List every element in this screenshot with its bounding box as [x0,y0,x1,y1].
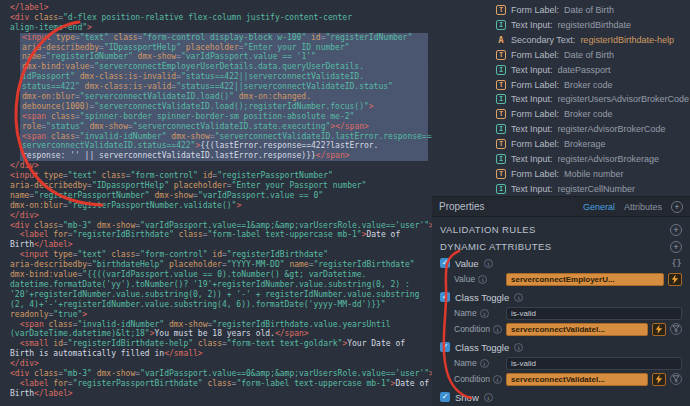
code-line[interactable]: <label for="registerPassportBirthdate" c… [10,379,432,389]
add-validation-rule-icon[interactable]: + [670,224,682,236]
code-line[interactable]: '20'+registerIdNumber.value.substring(0,… [10,290,432,300]
tab-attributes[interactable]: Attributes [624,202,662,212]
tree-item-value: registerAdvisorBrokerCode [558,124,666,134]
condition-input[interactable]: serverconnectValidateI... [506,373,648,386]
code-line[interactable]: dmx-on:blur="serverconnectValidateID.loa… [20,92,428,102]
tree-item[interactable]: TForm Label:Date of Birth [432,48,690,63]
tree-item[interactable]: TForm Label:Broker code [432,107,690,122]
code-line[interactable]: name="registerIdNumber" dmx-show="varIdP… [20,52,428,62]
info-icon: i [493,325,502,334]
dynamic-data-picker-icon[interactable] [652,373,666,386]
code-line[interactable]: <input type="text" class="form-control" … [10,171,432,181]
attr-row-class-toggle: ✓Class Togglei [440,289,682,305]
braces-icon[interactable]: {} [671,258,682,268]
code-line[interactable]: </div> [10,359,432,369]
code-line[interactable]: Birth</label> [10,389,432,399]
code-line[interactable]: <span class="spinner-border spinner-bord… [20,112,428,122]
tree-item[interactable]: IText Input:registerAdvisorBrokerCode [432,122,690,137]
validation-rules-section: VALIDATION RULES + [440,221,682,238]
code-line[interactable]: readonly="true"> [10,310,432,320]
code-line[interactable]: response: '' || serverconnectValidateID.… [20,151,428,161]
tree-item-label: Form Label: [511,139,559,149]
tree-item[interactable]: TForm Label:Brokerage [432,137,690,152]
text-input-icon: I [496,65,506,75]
value-label: Value [455,258,479,269]
tree-item[interactable]: TForm Label:Mobile number [432,166,690,181]
code-line[interactable]: aria-describedby="birthdateHelp" placeho… [10,260,432,270]
code-line[interactable]: dmx-bind:value="serverconnectEmployerUse… [20,62,428,72]
show-checkbox[interactable]: ✓ [440,392,450,402]
code-line[interactable]: <span class="invalid-idNumber" dmx-show=… [20,132,428,142]
add-circle-icon[interactable]: + [671,201,683,213]
dynamic-attributes-title: DYNAMIC ATTRIBUTES [440,241,552,252]
code-line[interactable]: aria-describedby="IDpassportHelp" placeh… [10,181,432,191]
info-icon: i [484,393,493,402]
code-line[interactable]: Birth is automatically filled in</small> [10,349,432,359]
code-line[interactable]: (varDateTime.datetime)&lt;18">You must b… [10,329,432,339]
right-panel: TForm Label:Date of BirthIText Input:reg… [432,0,690,406]
tab-general[interactable]: General [583,202,615,212]
code-line[interactable]: <label for="registerIdBirthdate" class="… [10,230,432,240]
form-label-icon: T [496,5,506,15]
code-editor[interactable]: </label><div class="d-flex position-rela… [0,0,432,406]
form-label-icon: T [496,80,506,90]
condition-input[interactable]: serverconnectValidateI... [506,323,648,336]
code-line[interactable]: align-items-end"> [10,23,432,33]
info-icon: i [493,375,502,384]
class-toggle-checkbox[interactable]: ✓ [440,292,450,302]
code-line[interactable]: dmx-on:blur="registerPassportNumber.vali… [10,201,432,211]
code-line[interactable]: <small id="registerIdBirthdate-help" cla… [10,339,432,349]
dynamic-data-picker-icon[interactable] [652,323,666,336]
code-line[interactable]: <div class="d-flex position-relative fle… [10,13,432,23]
code-line[interactable]: debounce(1000)="serverconnectValidateID.… [20,102,428,112]
tree-item-label: Form Label: [511,50,559,60]
code-line[interactable]: <input type="text" class="form-control" … [10,250,432,260]
code-line[interactable]: status==422" dmx-class:is-valid="status=… [20,82,428,92]
code-line[interactable]: serverconnectValidateID.status==422">{{(… [20,141,428,151]
funnel-icon[interactable] [670,373,682,385]
code-line[interactable]: <input type="text" class="form-control d… [20,33,428,43]
tree-item-value: registerAdvisorBrokerage [558,154,660,164]
tree-item[interactable]: TForm Label:Date of Birth [432,3,690,18]
code-line[interactable]: datetime.formatDate('yy').toNumber()? '1… [10,280,432,290]
code-line[interactable]: (2, 4)+'-'+registerIdNumber.value.substr… [10,300,432,310]
code-line[interactable]: aria-describedby="IDpassportHelp" placeh… [20,43,428,53]
funnel-icon[interactable] [670,323,682,335]
code-line[interactable]: <span class="invalid-idNumber" dmx-show=… [10,320,432,330]
code-line[interactable]: role="status" dmx-show="serverconnectVal… [20,122,428,132]
form-label-icon: T [496,139,506,149]
name-input[interactable]: is-valid [506,357,682,370]
tree-item[interactable]: ASecondary Text:registerIdBirthdate-help [432,33,690,48]
code-line[interactable]: </div> [10,211,432,221]
tree-item[interactable]: IText Input:datePassport [432,62,690,77]
code-line[interactable]: name="registerPassportNumber" dmx-show="… [10,191,432,201]
tree-item-value: Broker code [564,80,613,90]
dynamic-data-picker-icon[interactable] [668,273,682,286]
tree-item-value: registerIdBirthdate [558,20,632,30]
code-line[interactable]: </div> [10,161,432,171]
dynamic-attribute-groups: ✓Valuei{}ValueiserverconnectEmployerU...… [440,255,682,405]
tree-item-value: registerCellNumber [558,184,636,194]
code-line[interactable]: idPassport" dmx-class:is-invalid="status… [20,72,428,82]
properties-panel: Properties General Attributes + VALIDATI… [432,196,690,406]
value-checkbox[interactable]: ✓ [440,258,450,268]
name-field-label: Namei [454,308,502,318]
add-dynamic-attribute-icon[interactable]: + [670,241,682,253]
code-line[interactable]: <div class="mb-3" dmx-show="varIdPasspor… [10,369,432,379]
code-line[interactable]: </label> [10,3,432,13]
tree-item[interactable]: TForm Label:Broker code [432,77,690,92]
class-toggle-checkbox[interactable]: ✓ [440,342,450,352]
name-field-label-text: Name [454,308,477,318]
code-line[interactable]: Birth</label> [10,240,432,250]
name-input[interactable]: is-valid [506,307,682,320]
tree-item[interactable]: IText Input:registerUsersAdvisorBrokerCo… [432,92,690,107]
code-line[interactable]: <div class="mb-3" dmx-show="varIdPasspor… [10,221,432,231]
tree-item[interactable]: IText Input:registerCellNumber [432,181,690,196]
text-input-icon: I [496,20,506,30]
value-input[interactable]: serverconnectEmployerU... [506,273,664,286]
code-line[interactable]: dmx-bind:value="{{((varIdPassport.value … [10,270,432,280]
condition-field-label-text: Condition [454,324,490,334]
tree-item[interactable]: IText Input:registerAdvisorBrokerage [432,151,690,166]
tree-item[interactable]: IText Input:registerIdBirthdate [432,18,690,33]
value-value-row: ValueiserverconnectEmployerU... [440,271,682,287]
